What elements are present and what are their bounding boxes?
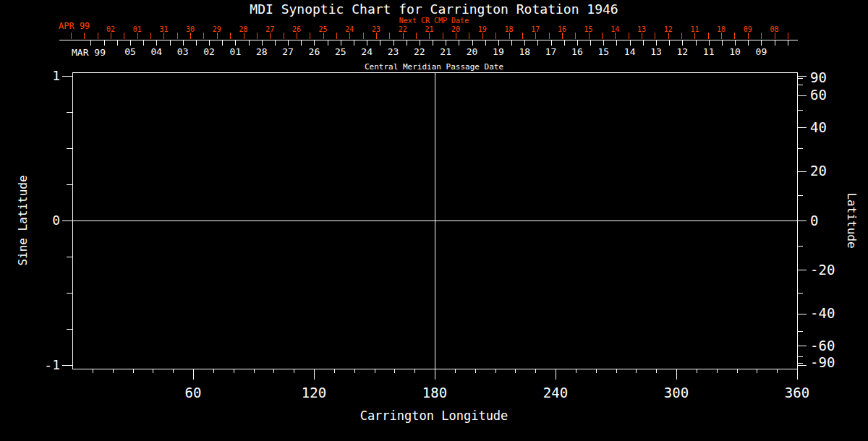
- right-axis-tick-label: 0: [810, 213, 818, 228]
- cmp-day-label: 26: [309, 46, 320, 57]
- cmp-day-label: 21: [440, 46, 451, 57]
- right-axis-tick-label: 40: [810, 119, 827, 135]
- cmp-day-label: 11: [703, 46, 715, 57]
- next-cr-day-label: 18: [504, 25, 513, 33]
- next-cr-day-label: 17: [531, 25, 540, 33]
- next-cr-day-label: 26: [292, 25, 301, 33]
- cmp-day-label: 24: [361, 46, 373, 57]
- cmp-day-label: 10: [729, 46, 741, 57]
- synoptic-chart: MDI Synoptic Chart for Carrington Rotati…: [0, 0, 868, 441]
- x-axis-tick-label: 120: [302, 385, 326, 401]
- right-axis-tick-label: -60: [810, 338, 835, 354]
- cmp-day-label: 02: [203, 46, 215, 57]
- left-axis-tick-label: -1: [44, 357, 60, 372]
- right-axis-tick-label: -20: [810, 262, 835, 278]
- next-cr-day-label: 11: [690, 25, 699, 33]
- next-cr-day-label: 22: [399, 25, 407, 33]
- next-cr-day-label: 09: [744, 25, 752, 33]
- right-axis-tick-label: 20: [810, 163, 827, 179]
- cmp-day-label: 15: [597, 46, 609, 57]
- next-cr-day-label: 02: [106, 25, 115, 33]
- cmp-day-label: 25: [335, 46, 346, 57]
- next-cr-day-label: 25: [319, 25, 328, 33]
- cmp-day-label: 27: [282, 46, 294, 57]
- x-axis-tick-label: 240: [543, 385, 568, 401]
- cmp-day-label: 16: [571, 46, 583, 57]
- next-cr-day-label: 15: [584, 25, 593, 33]
- plot-area-svg: 6012018024030036010-1906040200-20-40-60-…: [0, 0, 868, 441]
- cmp-day-label: 05: [124, 46, 136, 57]
- right-axis-tick-label: 60: [810, 87, 827, 103]
- cmp-day-label: 17: [545, 46, 557, 57]
- next-cr-day-label: 16: [558, 25, 566, 33]
- cmp-day-label: 03: [177, 46, 189, 57]
- next-cr-day-label: 28: [239, 25, 247, 33]
- x-axis-tick-label: 180: [422, 385, 447, 401]
- cmp-day-label: 23: [388, 46, 399, 57]
- cmp-day-label: 13: [650, 46, 662, 57]
- cmp-day-label: 19: [493, 46, 504, 57]
- next-cr-day-label: 14: [610, 25, 619, 33]
- cmp-day-label: 12: [677, 46, 689, 57]
- left-axis-tick-label: 1: [52, 68, 60, 83]
- next-cr-day-label: 01: [133, 25, 142, 33]
- right-axis-tick-label: -90: [810, 354, 835, 370]
- next-cr-day-label: 29: [213, 25, 221, 33]
- cmp-day-label: 04: [151, 46, 163, 57]
- next-cr-day-label: 27: [265, 25, 274, 33]
- next-cr-day-label: 13: [637, 25, 646, 33]
- cmp-day-label: 28: [256, 46, 268, 57]
- next-cr-day-label: 30: [186, 25, 195, 33]
- next-cr-day-label: 31: [159, 25, 168, 33]
- next-cr-day-label: 19: [478, 25, 487, 33]
- right-axis-tick-label: 90: [810, 69, 827, 85]
- x-axis-tick-label: 300: [664, 385, 689, 401]
- cmp-day-label: 18: [519, 46, 530, 57]
- next-cr-day-label: 23: [372, 25, 380, 33]
- next-cr-day-label: 20: [451, 25, 460, 33]
- x-axis-tick-label: 60: [185, 385, 202, 401]
- cmp-day-label: 14: [624, 46, 636, 57]
- next-cr-day-label: 12: [664, 25, 673, 33]
- cmp-day-label: 01: [230, 46, 242, 57]
- next-cr-day-label: 08: [770, 25, 778, 33]
- next-cr-day-label: 21: [425, 25, 433, 33]
- next-cr-day-label: 10: [717, 25, 726, 33]
- x-axis-tick-label: 360: [785, 385, 809, 401]
- next-cr-day-label: 24: [345, 25, 354, 33]
- cmp-day-label: 20: [467, 46, 478, 57]
- right-axis-tick-label: -40: [810, 305, 835, 321]
- left-axis-tick-label: 0: [52, 213, 60, 228]
- cmp-day-label: 22: [414, 46, 425, 57]
- cmp-day-label: 09: [756, 46, 767, 57]
